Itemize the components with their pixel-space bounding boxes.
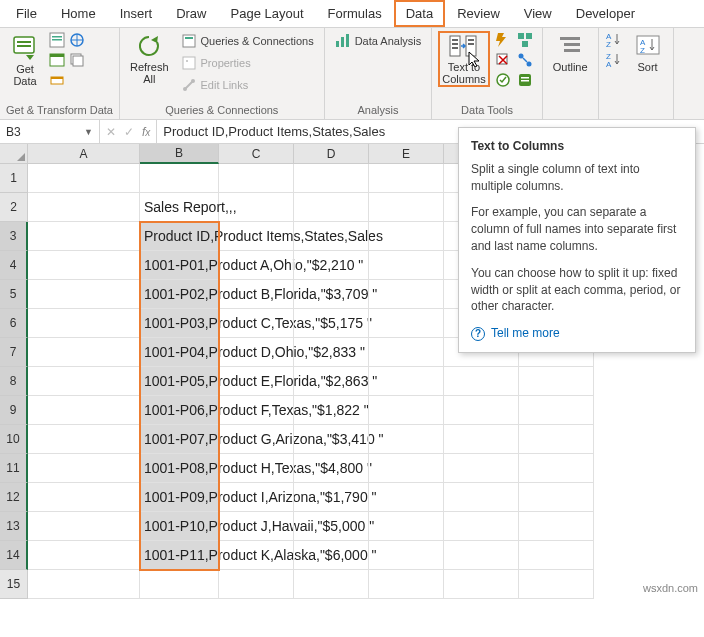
cell[interactable]	[369, 338, 444, 367]
row-header[interactable]: 12	[0, 483, 28, 512]
row-header[interactable]: 1	[0, 164, 28, 193]
cell[interactable]	[219, 541, 294, 570]
cell[interactable]	[369, 454, 444, 483]
tab-review[interactable]: Review	[445, 0, 512, 27]
cell[interactable]	[140, 570, 219, 599]
flash-fill-icon[interactable]	[494, 31, 512, 49]
row-header[interactable]: 13	[0, 512, 28, 541]
cell[interactable]	[369, 280, 444, 309]
cell[interactable]	[369, 367, 444, 396]
from-table-icon[interactable]	[48, 51, 66, 69]
cell[interactable]: 1001-P07,Product G,Arizona,"$3,410 "	[140, 425, 219, 454]
tab-developer[interactable]: Developer	[564, 0, 647, 27]
row-header[interactable]: 4	[0, 251, 28, 280]
row-header[interactable]: 15	[0, 570, 28, 599]
row-header[interactable]: 5	[0, 280, 28, 309]
cell[interactable]	[219, 512, 294, 541]
relationships-icon[interactable]	[516, 51, 534, 69]
cell[interactable]: 1001-P04,Product D,Ohio,"$2,833 "	[140, 338, 219, 367]
cell[interactable]	[519, 541, 594, 570]
cell[interactable]	[28, 483, 140, 512]
consolidate-icon[interactable]	[516, 31, 534, 49]
cell[interactable]	[369, 541, 444, 570]
data-analysis-button[interactable]: Data Analysis	[331, 31, 426, 51]
col-header-a[interactable]: A	[28, 144, 140, 164]
cell[interactable]	[444, 425, 519, 454]
cell[interactable]	[519, 396, 594, 425]
row-header[interactable]: 8	[0, 367, 28, 396]
cell[interactable]: 1001-P05,Product E,Florida,"$2,863 "	[140, 367, 219, 396]
cell[interactable]: 1001-P08,Product H,Texas,"$4,800 "	[140, 454, 219, 483]
cell[interactable]	[369, 570, 444, 599]
cell[interactable]	[28, 193, 140, 222]
existing-conn-icon[interactable]	[48, 71, 66, 89]
queries-connections-button[interactable]: Queries & Connections	[177, 31, 318, 51]
data-validation-icon[interactable]	[494, 71, 512, 89]
cell[interactable]	[519, 454, 594, 483]
cell[interactable]: 1001-P02,Product B,Florida,"$3,709 "	[140, 280, 219, 309]
cell[interactable]	[28, 454, 140, 483]
tab-file[interactable]: File	[4, 0, 49, 27]
cell[interactable]	[294, 193, 369, 222]
cell[interactable]: Sales Report,,,	[140, 193, 219, 222]
cell[interactable]	[294, 570, 369, 599]
cell[interactable]	[369, 483, 444, 512]
tab-formulas[interactable]: Formulas	[316, 0, 394, 27]
cell[interactable]	[219, 338, 294, 367]
cell[interactable]	[294, 251, 369, 280]
cell[interactable]	[28, 309, 140, 338]
cell[interactable]: 1001-P09,Product I,Arizona,"$1,790 "	[140, 483, 219, 512]
recent-sources-icon[interactable]	[68, 51, 86, 69]
edit-links-button[interactable]: Edit Links	[177, 75, 318, 95]
cell[interactable]	[294, 454, 369, 483]
tab-page-layout[interactable]: Page Layout	[219, 0, 316, 27]
cell[interactable]	[294, 541, 369, 570]
col-header-b[interactable]: B	[140, 144, 219, 164]
cell[interactable]	[444, 367, 519, 396]
cell[interactable]	[369, 425, 444, 454]
cell[interactable]	[519, 570, 594, 599]
cell[interactable]	[369, 309, 444, 338]
cell[interactable]	[294, 483, 369, 512]
cell[interactable]	[294, 512, 369, 541]
cell[interactable]	[28, 570, 140, 599]
data-model-icon[interactable]	[516, 71, 534, 89]
select-all-corner[interactable]	[0, 144, 28, 164]
cell[interactable]	[294, 396, 369, 425]
remove-dup-icon[interactable]	[494, 51, 512, 69]
cell[interactable]: 1001-P01,Product A,Ohio,"$2,210 "	[140, 251, 219, 280]
col-header-d[interactable]: D	[294, 144, 369, 164]
cell[interactable]	[294, 338, 369, 367]
tell-me-more-link[interactable]: ?Tell me more	[471, 325, 683, 342]
cell[interactable]	[519, 483, 594, 512]
outline-button[interactable]: Outline	[549, 31, 592, 75]
cell[interactable]: Product ID,Product Items,States,Sales	[140, 222, 219, 251]
tab-draw[interactable]: Draw	[164, 0, 218, 27]
cell[interactable]	[444, 454, 519, 483]
cell[interactable]	[294, 309, 369, 338]
cell[interactable]	[369, 164, 444, 193]
cell[interactable]	[28, 425, 140, 454]
from-text-icon[interactable]	[48, 31, 66, 49]
cell[interactable]: 1001-P10,Product J,Hawaii,"$5,000 "	[140, 512, 219, 541]
col-header-c[interactable]: C	[219, 144, 294, 164]
tab-home[interactable]: Home	[49, 0, 108, 27]
enter-icon[interactable]: ✓	[124, 125, 134, 139]
cell[interactable]	[444, 570, 519, 599]
cell[interactable]	[219, 164, 294, 193]
get-data-button[interactable]: Get Data	[6, 31, 44, 89]
cell[interactable]	[219, 309, 294, 338]
cell[interactable]	[28, 367, 140, 396]
cell[interactable]	[294, 425, 369, 454]
cell[interactable]	[519, 367, 594, 396]
cell[interactable]	[140, 164, 219, 193]
cell[interactable]	[219, 454, 294, 483]
cell[interactable]	[219, 280, 294, 309]
col-header-e[interactable]: E	[369, 144, 444, 164]
cell[interactable]	[219, 222, 294, 251]
cell[interactable]	[219, 483, 294, 512]
row-header[interactable]: 10	[0, 425, 28, 454]
cell[interactable]: 1001-P11,Product K,Alaska,"$6,000 "	[140, 541, 219, 570]
cell[interactable]	[28, 280, 140, 309]
sort-desc-icon[interactable]: ZA	[605, 51, 623, 69]
